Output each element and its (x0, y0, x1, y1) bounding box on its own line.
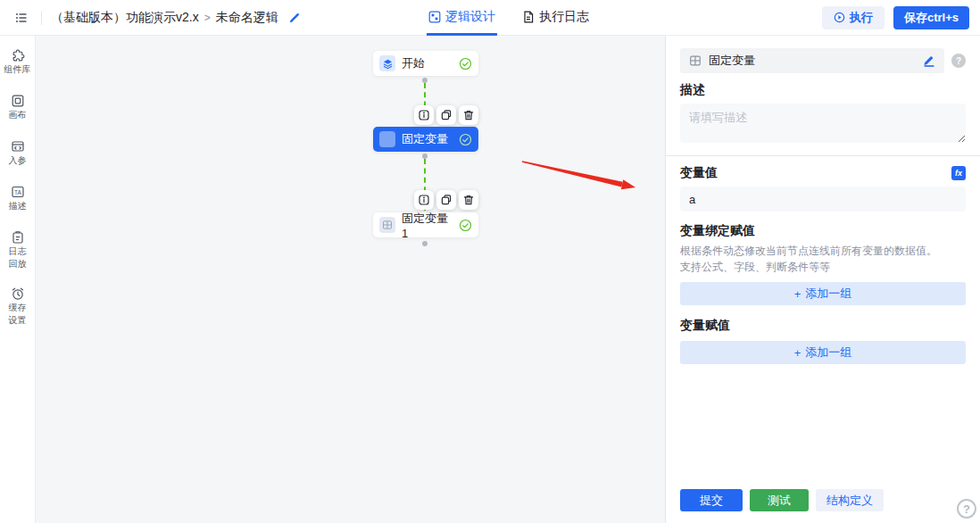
sidebar-item-cache-settings[interactable]: 缓存 设置 (9, 286, 27, 326)
sidebar-item-input-params[interactable]: 入参 (9, 139, 27, 168)
variable-value-input[interactable] (680, 187, 966, 212)
breadcrumb-separator: > (204, 12, 211, 24)
clipboard-icon (11, 230, 25, 245)
text-box-icon: TA (11, 185, 25, 199)
panel-title: 固定变量 (709, 53, 755, 69)
tab-label: 执行日志 (539, 9, 589, 25)
svg-text:TA: TA (14, 189, 21, 195)
node-label: 开始 (402, 55, 425, 71)
edit-name-icon[interactable] (284, 7, 305, 29)
left-sidebar: 组件库 画布 入参 TA 描述 日 (0, 36, 36, 523)
panel-footer: 提交 测试 结构定义 (680, 489, 884, 511)
delete-button[interactable] (459, 190, 478, 210)
add-group-label: 添加一组 (805, 286, 851, 302)
help-icon[interactable]: ? (951, 54, 966, 68)
sidebar-item-canvas[interactable]: 画布 (9, 94, 27, 122)
node-start[interactable]: 开始 (373, 51, 478, 76)
plus-icon: + (794, 287, 801, 301)
edit-title-icon[interactable] (923, 54, 935, 67)
description-label: 描述 (680, 82, 966, 98)
success-check-icon (459, 133, 472, 146)
add-assignment-group-button[interactable]: + 添加一组 (680, 341, 966, 364)
info-button[interactable] (414, 190, 434, 210)
sidebar-item-components[interactable]: 组件库 (4, 48, 31, 77)
sidebar-label: 入参 (9, 155, 27, 166)
node-label: 固定变量 (402, 131, 448, 147)
submit-button[interactable]: 提交 (680, 489, 743, 511)
sidebar-label: 组件库 (4, 64, 31, 75)
node-toolbar (414, 105, 478, 125)
node-title-bar: 固定变量 (680, 48, 944, 73)
sidebar-item-description[interactable]: TA 描述 (9, 185, 27, 213)
sidebar-label: 描述 (9, 201, 27, 212)
sidebar-label: 画布 (9, 110, 27, 120)
test-button[interactable]: 测试 (750, 489, 809, 511)
binding-label: 变量绑定赋值 (680, 223, 966, 239)
play-icon (834, 12, 845, 23)
success-check-icon (459, 57, 472, 71)
info-button[interactable] (414, 105, 434, 125)
node-label: 固定变量1 (402, 211, 453, 240)
plus-icon: + (794, 346, 801, 360)
puzzle-icon (11, 48, 25, 62)
breadcrumb: （基础版本）功能演示v2.x > 未命名逻辑 (51, 7, 305, 29)
header: （基础版本）功能演示v2.x > 未命名逻辑 逻辑设计 执行日志 (0, 0, 980, 36)
clock-icon (11, 286, 25, 301)
sidebar-item-log-replay[interactable]: 日志 回放 (9, 230, 27, 270)
assignment-label: 变量赋值 (680, 318, 966, 334)
success-check-icon (459, 219, 472, 232)
save-button[interactable]: 保存ctrl+s (893, 6, 969, 29)
variable-icon (379, 217, 395, 233)
node-toolbar (414, 190, 478, 210)
tab-execution-log[interactable]: 执行日志 (520, 0, 591, 36)
variable-icon (689, 54, 702, 67)
add-group-label: 添加一组 (805, 345, 851, 361)
run-label: 执行 (850, 10, 873, 26)
view-tabs: 逻辑设计 执行日志 (427, 0, 591, 36)
sidebar-label: 缓存 (9, 303, 27, 313)
add-binding-group-button[interactable]: + 添加一组 (680, 282, 966, 305)
canvas-icon (11, 94, 25, 108)
copy-button[interactable] (436, 190, 456, 210)
section-divider (666, 155, 980, 156)
global-help-icon[interactable]: ? (957, 499, 976, 519)
description-textarea[interactable] (680, 104, 966, 143)
header-divider (41, 11, 42, 25)
connector-dot[interactable] (422, 241, 428, 246)
sidebar-label: 日志 (9, 246, 27, 257)
header-actions: 执行 保存ctrl+s (822, 6, 969, 29)
delete-button[interactable] (459, 105, 478, 125)
tab-logic-design[interactable]: 逻辑设计 (427, 0, 497, 36)
flow-canvas[interactable]: 开始 固定变量 (36, 36, 665, 523)
tab-label: 逻辑设计 (445, 9, 495, 25)
variable-icon (379, 131, 395, 147)
annotation-arrow (482, 143, 660, 214)
copy-button[interactable] (436, 105, 456, 125)
variable-value-label: 变量值 (680, 165, 718, 181)
code-window-icon (11, 139, 25, 154)
menu-icon[interactable] (11, 7, 32, 29)
variable-value-row: 变量值 fx (680, 165, 966, 181)
breadcrumb-project[interactable]: （基础版本）功能演示v2.x (51, 10, 199, 26)
layers-icon (379, 55, 395, 71)
app-window: （基础版本）功能演示v2.x > 未命名逻辑 逻辑设计 执行日志 (0, 0, 980, 523)
logic-design-icon (428, 11, 441, 23)
binding-help-line1: 根据条件动态修改当前节点连线前所有变量的数据值。 (680, 244, 966, 259)
properties-panel: 固定变量 ? 描述 变量值 fx 变量绑定赋值 根据条件动态修改当前节点连线前所… (665, 36, 980, 523)
node-fixed-variable[interactable]: 固定变量 (373, 127, 478, 152)
run-button[interactable]: 执行 (822, 6, 884, 29)
panel-title-row: 固定变量 ? (680, 48, 966, 73)
breadcrumb-current: 未命名逻辑 (216, 10, 278, 26)
binding-help-line2: 支持公式、字段、判断条件等等 (680, 260, 966, 275)
fx-icon[interactable]: fx (951, 166, 966, 180)
node-fixed-variable-1[interactable]: 固定变量1 (373, 212, 478, 237)
execution-log-icon (522, 11, 535, 23)
structure-definition-button[interactable]: 结构定义 (816, 489, 884, 511)
